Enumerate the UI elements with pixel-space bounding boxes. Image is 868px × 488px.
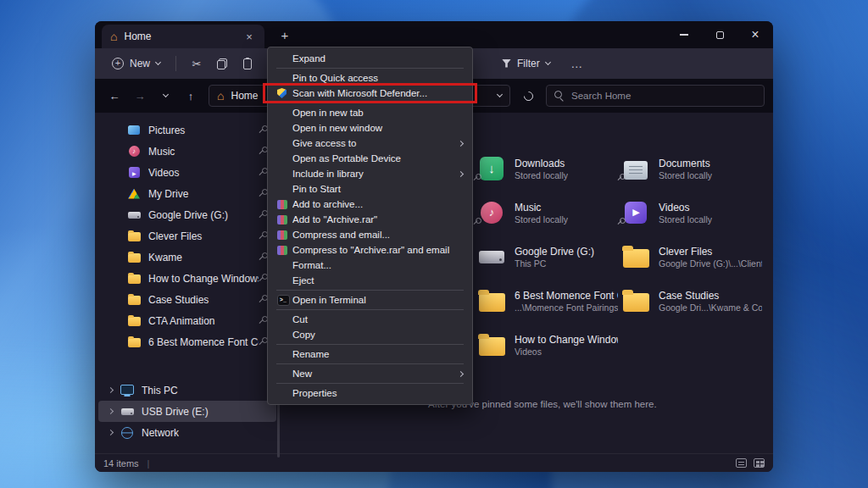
cut-button[interactable] bbox=[185, 52, 209, 75]
context-menu-separator bbox=[276, 344, 464, 345]
status-divider: | bbox=[147, 458, 150, 469]
folder-name: How to Change Windows... bbox=[515, 334, 618, 346]
search-input[interactable] bbox=[571, 91, 756, 101]
pin-icon bbox=[473, 174, 481, 182]
new-tab-button[interactable] bbox=[275, 25, 295, 45]
expand-chevron-icon[interactable] bbox=[108, 430, 114, 435]
sidebar-item[interactable]: Kwame bbox=[98, 247, 276, 268]
sidebar-item[interactable]: How to Change Windows 11 Backgrou bbox=[98, 268, 276, 289]
context-menu-item[interactable]: Expand bbox=[268, 51, 472, 66]
recent-locations-button[interactable] bbox=[154, 85, 176, 107]
context-menu-item[interactable]: Properties bbox=[268, 385, 472, 401]
quick-access-folder[interactable]: Downloads Stored locally bbox=[477, 147, 618, 191]
sidebar-tree-item[interactable]: USB Drive (E:) bbox=[98, 401, 276, 422]
context-menu-item[interactable]: Rename bbox=[268, 347, 472, 362]
menu-item-icon bbox=[277, 166, 292, 181]
context-menu-separator bbox=[276, 290, 464, 291]
context-menu-item[interactable]: Include in library bbox=[268, 166, 472, 181]
menu-item-label: Format... bbox=[292, 260, 452, 270]
menu-item-icon bbox=[277, 258, 292, 273]
quick-access-folder[interactable]: Google Drive (G:) This PC bbox=[477, 235, 618, 279]
forward-button[interactable] bbox=[129, 85, 151, 107]
tab-home[interactable]: Home bbox=[102, 25, 264, 48]
quick-access-column: Documents Stored locally Videos Stored l… bbox=[621, 147, 762, 323]
window-controls bbox=[666, 21, 773, 48]
copy-button[interactable] bbox=[210, 52, 234, 75]
menu-item-label: Pin to Quick access bbox=[292, 73, 452, 83]
arrow-left-icon bbox=[109, 90, 120, 103]
chevron-down-icon[interactable] bbox=[497, 92, 503, 97]
tab-close-icon[interactable] bbox=[242, 30, 256, 43]
navigation-pane: Pictures Music Videos My Driv bbox=[95, 113, 280, 453]
context-menu-item[interactable]: Pin to Start bbox=[268, 181, 472, 197]
sidebar-tree-item[interactable]: Network bbox=[98, 422, 276, 443]
quick-access-folder[interactable]: 6 Best Momence Font Co... ...\Momence Fo… bbox=[477, 279, 618, 323]
sidebar-item[interactable]: Clever Files bbox=[98, 225, 276, 247]
chevron-down-icon bbox=[162, 92, 168, 97]
sidebar-item-label: Videos bbox=[148, 167, 259, 179]
context-menu-item[interactable]: Open in new tab bbox=[268, 105, 472, 120]
minimize-button[interactable] bbox=[666, 21, 702, 48]
context-menu-item[interactable]: Compress to "Archive.rar" and email bbox=[268, 242, 472, 258]
sidebar-item[interactable]: Google Drive (G:) bbox=[98, 204, 276, 225]
context-menu-item[interactable]: Eject bbox=[268, 273, 472, 288]
folder-location: Stored locally bbox=[515, 170, 568, 180]
more-options-button[interactable]: … bbox=[565, 52, 589, 75]
back-button[interactable] bbox=[103, 85, 125, 107]
context-menu-item[interactable]: Give access to bbox=[268, 136, 472, 151]
menu-item-icon bbox=[277, 227, 292, 242]
quick-access-folder[interactable]: Documents Stored locally bbox=[621, 147, 762, 191]
context-menu-separator bbox=[276, 68, 464, 69]
sidebar-item[interactable]: 6 Best Momence Font Combinations fo bbox=[98, 331, 276, 352]
sidebar-item[interactable]: Music bbox=[98, 141, 276, 162]
refresh-button[interactable] bbox=[517, 85, 539, 107]
expand-chevron-icon[interactable] bbox=[108, 387, 114, 393]
context-menu-item[interactable]: Open in new window bbox=[268, 120, 472, 136]
context-menu-item[interactable]: Add to archive... bbox=[268, 197, 472, 212]
up-button[interactable] bbox=[180, 85, 202, 107]
quick-access-folder[interactable]: Clever Files Google Drive (G:)\...\Clien… bbox=[621, 235, 762, 279]
details-view-button[interactable] bbox=[736, 458, 747, 468]
context-menu-item[interactable]: Cut bbox=[268, 312, 472, 327]
paste-button[interactable] bbox=[236, 52, 259, 75]
filter-icon bbox=[502, 59, 511, 69]
filter-button[interactable]: Filter bbox=[495, 54, 557, 73]
search-box[interactable] bbox=[546, 85, 765, 107]
context-menu-item[interactable]: Open as Portable Device bbox=[268, 151, 472, 166]
context-menu-item[interactable]: Scan with Microsoft Defender... bbox=[268, 86, 472, 101]
context-menu-item[interactable]: Add to "Archive.rar" bbox=[268, 212, 472, 227]
sidebar-item-label: Case Studies bbox=[148, 294, 259, 306]
context-menu-item[interactable]: Compress and email... bbox=[268, 227, 472, 242]
quick-access-folder[interactable]: Videos Stored locally bbox=[621, 191, 762, 235]
folder-name: Google Drive (G:) bbox=[515, 246, 594, 258]
folder-location: Google Drive (G:)\...\Clients bbox=[659, 258, 762, 269]
plus-circle-icon bbox=[112, 58, 124, 69]
close-button[interactable] bbox=[737, 21, 773, 48]
menu-item-label: New bbox=[292, 369, 452, 379]
quick-access-folder[interactable]: Case Studies Google Dri...\Kwame & Co bbox=[621, 279, 762, 323]
sidebar-item[interactable]: Pictures bbox=[98, 119, 276, 141]
folder-location: Google Dri...\Kwame & Co bbox=[659, 302, 762, 313]
context-menu-item[interactable]: Copy bbox=[268, 327, 472, 342]
thumbnails-view-button[interactable] bbox=[754, 458, 765, 468]
sidebar-item-label: CTA Animation bbox=[148, 315, 259, 327]
context-menu-item[interactable]: Open in Terminal bbox=[268, 292, 472, 308]
sidebar-item[interactable]: Case Studies bbox=[98, 289, 276, 310]
quick-access-folder[interactable]: Music Stored locally bbox=[477, 191, 618, 235]
sidebar-item-icon bbox=[126, 293, 142, 307]
sidebar-item[interactable]: My Drive bbox=[98, 183, 276, 204]
expand-chevron-icon[interactable] bbox=[108, 408, 114, 414]
sidebar-item[interactable]: CTA Animation bbox=[98, 310, 276, 331]
new-button[interactable]: New bbox=[105, 54, 167, 73]
quick-access-folder[interactable]: How to Change Windows... Videos bbox=[477, 323, 618, 367]
sidebar-tree-item[interactable]: This PC bbox=[98, 380, 276, 401]
context-menu-item[interactable]: Pin to Quick access bbox=[268, 70, 472, 86]
context-menu-item[interactable]: Format... bbox=[268, 258, 472, 273]
sidebar-item[interactable]: Videos bbox=[98, 162, 276, 183]
ellipsis-icon: … bbox=[570, 57, 583, 70]
minimize-icon bbox=[680, 34, 688, 35]
toolbar-right: Filter … bbox=[495, 48, 589, 79]
context-menu-item[interactable]: New bbox=[268, 366, 472, 381]
maximize-button[interactable] bbox=[702, 21, 737, 48]
sidebar-item-label: How to Change Windows 11 Backgrou bbox=[148, 273, 259, 285]
